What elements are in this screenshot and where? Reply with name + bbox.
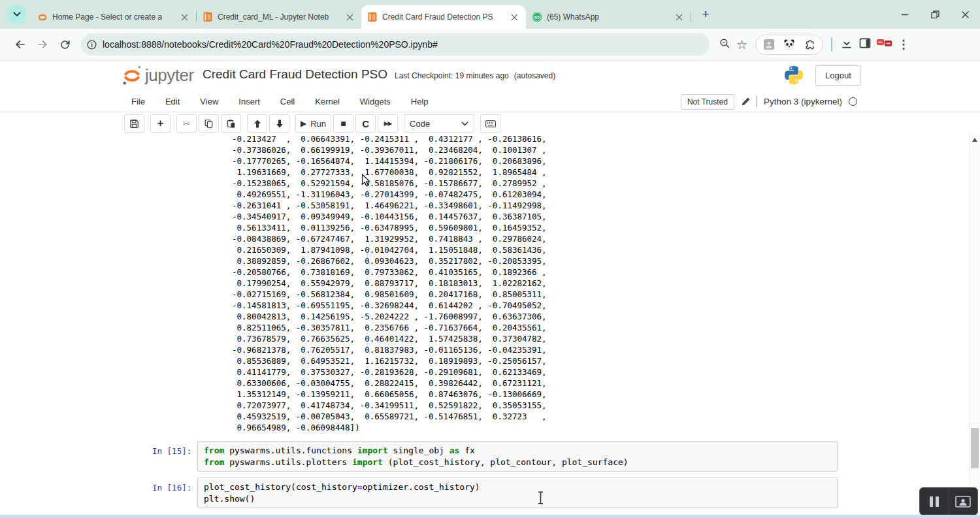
menu-item-kernel[interactable]: Kernel <box>315 97 340 106</box>
extensions-pill <box>755 35 823 55</box>
keyboard-icon <box>485 120 496 127</box>
browser-tab-3[interactable]: Credit Card Fraud Detection PS <box>361 5 526 29</box>
tab-close-icon <box>676 14 683 21</box>
close-icon <box>961 10 970 19</box>
pause-icon <box>930 496 933 507</box>
reload-icon <box>59 39 71 51</box>
code-line: plt.show() <box>204 493 831 505</box>
cell-type-select[interactable]: Code <box>404 114 474 133</box>
restart-icon: C <box>362 119 369 129</box>
address-bar-actions: ☆ ⋮ <box>719 35 909 55</box>
menu-item-insert[interactable]: Insert <box>238 97 260 106</box>
menu-item-help[interactable]: Help <box>411 97 429 106</box>
picture-in-picture-button[interactable] <box>949 488 978 515</box>
tab-close-button[interactable] <box>179 12 190 23</box>
whatsapp-icon: 65 <box>532 12 542 22</box>
browser-tab-4[interactable]: 65(65) WhatsApp <box>526 5 691 29</box>
new-tab-button[interactable]: + <box>697 6 714 23</box>
paste-cell-button[interactable] <box>221 114 241 133</box>
vertical-scrollbar[interactable] <box>969 134 980 518</box>
add-cell-button[interactable]: + <box>150 114 171 133</box>
tab-close-icon <box>511 14 518 21</box>
move-cell-up-button[interactable] <box>247 114 267 133</box>
browser-tab-2[interactable]: Credit_card_ML - Jupyter Noteb <box>197 5 361 29</box>
browser-tab-1[interactable]: Home Page - Select or create a <box>31 5 196 29</box>
save-button[interactable] <box>124 114 144 133</box>
zoom-page-button[interactable] <box>719 37 731 52</box>
move-cell-down-button[interactable] <box>269 114 289 133</box>
menu-items: FileEditViewInsertCellKernelWidgetsHelp <box>131 97 429 106</box>
url-text[interactable]: localhost:8888/notebooks/Credit%20Card%2… <box>103 39 438 50</box>
bottom-edge-strip <box>0 515 980 518</box>
window-close-button[interactable] <box>950 0 980 29</box>
code-cell-15[interactable]: In [15]: from pyswarms.utils.functions i… <box>152 441 838 472</box>
svg-text:65: 65 <box>534 15 540 20</box>
autosave-status: (autosaved) <box>514 71 555 80</box>
reload-button[interactable] <box>54 33 76 56</box>
not-trusted-button[interactable]: Not Trusted <box>681 94 734 110</box>
extensions-puzzle-icon[interactable] <box>804 39 815 50</box>
jupyter-favicon-icon <box>37 12 48 22</box>
menubar-right-cluster: Not Trusted Python 3 (ipykernel) <box>681 94 857 110</box>
menu-item-view[interactable]: View <box>200 97 218 106</box>
side-panel-icon <box>858 37 872 50</box>
tab-close-button[interactable] <box>509 12 520 23</box>
run-label: Run <box>310 119 326 129</box>
media-pause-button[interactable] <box>920 488 949 515</box>
interrupt-kernel-button[interactable]: ■ <box>333 114 353 133</box>
download-manager-extension-icon[interactable] <box>877 37 892 52</box>
tab-search-button[interactable] <box>8 5 26 24</box>
back-arrow-icon <box>14 38 27 51</box>
site-info-icon <box>86 39 97 50</box>
menu-item-file[interactable]: File <box>131 97 145 106</box>
scrollbar-thumb[interactable] <box>971 428 979 468</box>
window-controls <box>890 0 980 29</box>
command-palette-button[interactable] <box>480 114 501 133</box>
code-editor[interactable]: plot_cost_history(cost_history=optimizer… <box>197 478 838 508</box>
scroll-up-arrow-icon[interactable] <box>972 138 977 142</box>
restore-icon <box>931 10 939 19</box>
code-cell-16[interactable]: In [16]: plot_cost_history(cost_history=… <box>152 478 838 508</box>
side-panel-button[interactable] <box>858 37 872 52</box>
download-icon <box>840 37 853 50</box>
code-line: plot_cost_history(cost_history=optimizer… <box>204 481 831 493</box>
window-restore-button[interactable] <box>920 0 950 29</box>
tab-title: Credit Card Fraud Detection PS <box>382 12 504 22</box>
minimize-icon <box>901 10 909 18</box>
menu-item-cell[interactable]: Cell <box>280 97 295 106</box>
restart-run-all-button[interactable]: ▶▶ <box>378 114 398 133</box>
copy-icon <box>204 119 213 128</box>
jupyter-logo[interactable]: jupyter <box>122 65 194 86</box>
url-box[interactable]: localhost:8888/notebooks/Credit%20Card%2… <box>81 33 710 56</box>
logout-button[interactable]: Logout <box>815 65 861 86</box>
kernel-separator <box>757 96 757 107</box>
panda-extension-icon[interactable] <box>783 39 795 50</box>
notebook-title[interactable]: Credit Card Fraud Detection PSO <box>203 67 387 82</box>
restart-kernel-button[interactable]: C <box>355 114 376 133</box>
browser-window: { "browser": { "tabs": [ {"title": "Home… <box>0 0 980 518</box>
cut-cell-button[interactable]: ✂ <box>176 114 197 133</box>
browser-menu-button[interactable]: ⋮ <box>898 39 909 50</box>
code-line: from pyswarms.utils.functions import sin… <box>204 445 831 457</box>
menu-item-widgets[interactable]: Widgets <box>360 97 391 106</box>
tab-title: Home Page - Select or create a <box>52 12 174 22</box>
window-minimize-button[interactable] <box>890 0 920 29</box>
tab-close-button[interactable] <box>344 12 355 23</box>
save-icon <box>130 120 139 128</box>
code-editor[interactable]: from pyswarms.utils.functions import sin… <box>197 441 838 472</box>
profile-extension-icon[interactable] <box>763 39 775 50</box>
run-group: ▶ Run ■ C ▶▶ <box>295 114 398 133</box>
bookmark-star-button[interactable]: ☆ <box>736 39 747 51</box>
forward-button[interactable] <box>31 33 54 56</box>
forward-arrow-icon <box>36 38 49 51</box>
tab-close-button[interactable] <box>674 12 685 23</box>
jupyter-logo-icon <box>122 65 142 86</box>
copy-cell-button[interactable] <box>199 114 219 133</box>
menu-item-edit[interactable]: Edit <box>165 97 180 106</box>
run-button[interactable]: ▶ Run <box>295 114 331 133</box>
downloads-button[interactable] <box>840 37 853 52</box>
idm-extension-icon <box>877 37 892 49</box>
back-button[interactable] <box>9 33 31 56</box>
clipboard-group: ✂ <box>176 114 241 133</box>
tab-close-icon <box>181 14 188 21</box>
